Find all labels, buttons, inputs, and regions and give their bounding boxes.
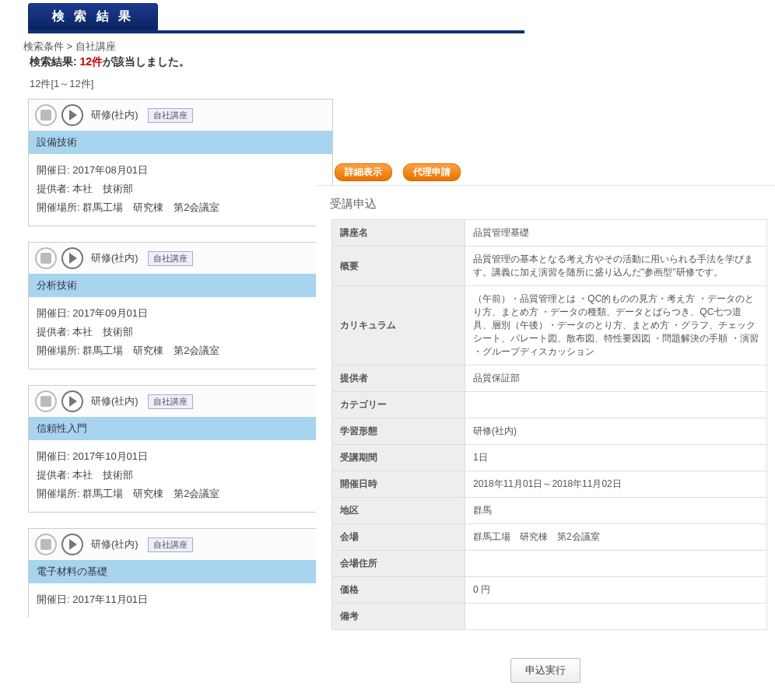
play-icon [61, 390, 83, 412]
detail-view-button[interactable]: 詳細表示 [335, 163, 392, 181]
row-value: （午前）・品質管理とは ・QC的ものの見方・考え方 ・データのとり方、まとめ方 … [465, 286, 767, 366]
course-detail-table: 講座名品質管理基礎 概要品質管理の基本となる考え方やその活動に用いられる手法を学… [331, 219, 767, 630]
table-row: 提供者品質保証部 [332, 366, 767, 392]
table-row: 概要品質管理の基本となる考え方やその活動に用いられる手法を学びます。講義に加え演… [332, 247, 767, 286]
table-row: カリキュラム（午前）・品質管理とは ・QC的ものの見方・考え方 ・データのとり方… [332, 286, 767, 366]
result-range: 12件[1～12件] [30, 77, 775, 91]
table-row: 受講期間1日 [332, 445, 767, 471]
course-title: 設備技術 [29, 131, 332, 154]
course-title: 電子材料の基礎 [29, 560, 332, 583]
row-label: カテゴリー [332, 392, 465, 418]
row-value: 2018年11月01日～2018年11月02日 [465, 471, 767, 498]
page-title-tab: 検 索 結 果 [28, 3, 158, 30]
course-date: 開催日: 2017年11月01日 [37, 593, 324, 607]
document-icon [35, 390, 57, 412]
row-label: 概要 [332, 247, 465, 286]
row-value: 品質保証部 [465, 366, 767, 392]
course-type-label: 研修(社内) [91, 394, 139, 408]
course-date: 開催日: 2017年10月01日 [37, 450, 324, 464]
course-card[interactable]: 研修(社内) 自社講座 分析技術 開催日: 2017年09月01日 提供者: 本… [28, 242, 333, 369]
course-title: 信頼性入門 [29, 417, 332, 440]
header-banner: 検 索 結 果 [28, 3, 775, 33]
result-count: 12件 [80, 55, 103, 68]
course-list: 研修(社内) 自社講座 設備技術 開催日: 2017年08月01日 提供者: 本… [28, 99, 333, 618]
row-label: 開催日時 [332, 471, 465, 498]
row-value: 群馬 [465, 498, 767, 524]
course-card[interactable]: 研修(社内) 自社講座 設備技術 開催日: 2017年08月01日 提供者: 本… [28, 99, 333, 226]
course-type-label: 研修(社内) [91, 537, 139, 551]
course-card[interactable]: 研修(社内) 自社講座 電子材料の基礎 開催日: 2017年11月01日 [28, 528, 333, 618]
course-venue: 開催場所: 群馬工場 研究棟 第2会議室 [37, 487, 324, 501]
row-label: 地区 [332, 498, 465, 524]
result-summary: 検索結果: 12件が該当しました。 [30, 55, 775, 69]
table-row: 講座名品質管理基礎 [332, 220, 767, 247]
course-date: 開催日: 2017年08月01日 [37, 163, 324, 177]
row-label: 備考 [332, 604, 465, 630]
row-value: 品質管理の基本となる考え方やその活動に用いられる手法を学びます。講義に加え演習を… [465, 247, 767, 286]
table-row: 地区群馬 [332, 498, 767, 524]
application-panel: 受講申込 講座名品質管理基礎 概要品質管理の基本となる考え方やその活動に用いられ… [316, 185, 775, 633]
header-rule [28, 30, 524, 33]
table-row: 開催日時2018年11月01日～2018年11月02日 [332, 471, 767, 498]
row-value: 1日 [465, 445, 767, 471]
internal-course-tag: 自社講座 [148, 108, 193, 123]
internal-course-tag: 自社講座 [148, 537, 193, 552]
row-label: 講座名 [332, 220, 465, 247]
document-icon [35, 247, 57, 269]
row-value: 群馬工場 研究棟 第2会議室 [465, 524, 767, 551]
play-icon [61, 247, 83, 269]
course-venue: 開催場所: 群馬工場 研究棟 第2会議室 [37, 344, 324, 358]
proxy-apply-button[interactable]: 代理申請 [403, 163, 461, 181]
play-icon [61, 104, 83, 126]
course-venue: 開催場所: 群馬工場 研究棟 第2会議室 [37, 201, 324, 215]
breadcrumb: 検索条件 > 自社講座 [23, 40, 775, 54]
play-icon [61, 534, 83, 555]
document-icon [35, 104, 57, 126]
table-row: 学習形態研修(社内) [332, 418, 767, 445]
document-icon [35, 534, 57, 555]
row-value: 0 円 [465, 577, 767, 604]
row-value [465, 551, 767, 577]
table-row: 会場群馬工場 研究棟 第2会議室 [332, 524, 767, 551]
table-row: 備考 [332, 604, 767, 630]
table-row: 価格0 円 [332, 577, 767, 604]
course-type-label: 研修(社内) [91, 251, 139, 265]
row-label: カリキュラム [332, 286, 465, 366]
internal-course-tag: 自社講座 [148, 251, 193, 266]
panel-title: 受講申込 [316, 186, 775, 219]
row-value: 研修(社内) [465, 418, 767, 445]
course-type-label: 研修(社内) [91, 108, 139, 122]
row-value [465, 604, 767, 630]
row-label: 学習形態 [332, 418, 465, 445]
course-card[interactable]: 研修(社内) 自社講座 信頼性入門 開催日: 2017年10月01日 提供者: … [28, 385, 333, 513]
row-label: 会場住所 [332, 551, 465, 577]
row-value: 品質管理基礎 [465, 220, 767, 247]
row-label: 会場 [332, 524, 465, 551]
table-row: 会場住所 [332, 551, 767, 577]
result-suffix: が該当しました。 [103, 55, 190, 68]
result-prefix: 検索結果: [30, 55, 80, 68]
row-label: 受講期間 [332, 445, 465, 471]
internal-course-tag: 自社講座 [148, 394, 193, 409]
row-label: 提供者 [332, 366, 465, 392]
course-provider: 提供者: 本社 技術部 [37, 182, 324, 196]
course-title: 分析技術 [29, 274, 332, 297]
course-provider: 提供者: 本社 技術部 [37, 468, 324, 482]
course-provider: 提供者: 本社 技術部 [37, 325, 324, 339]
row-label: 価格 [332, 577, 465, 604]
row-value [465, 392, 767, 418]
table-row: カテゴリー [332, 392, 767, 418]
course-date: 開催日: 2017年09月01日 [37, 306, 324, 320]
